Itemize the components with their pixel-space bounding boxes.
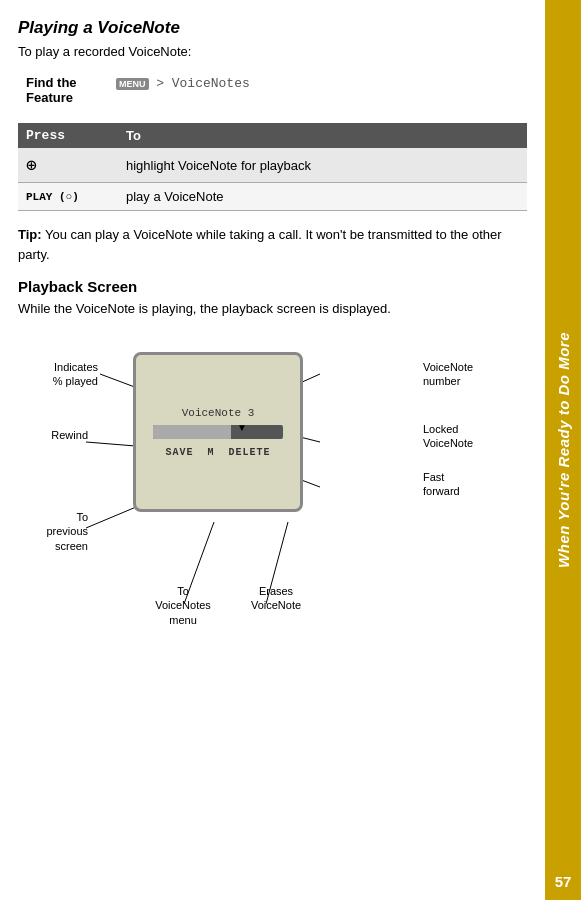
nav-icon: ⊕ bbox=[26, 156, 37, 176]
m-button-label: M bbox=[207, 447, 214, 458]
to-header: To bbox=[118, 123, 527, 148]
press-cell-1: ⊕ bbox=[18, 148, 118, 183]
tip-label: Tip: bbox=[18, 227, 42, 242]
phone-screen: VoiceNote 3 ▼ SAVE M DELETE bbox=[133, 352, 303, 512]
section-title: Playing a VoiceNote bbox=[18, 18, 527, 38]
annotation-locked: LockedVoiceNote bbox=[423, 422, 513, 451]
to-cell-2: play a VoiceNote bbox=[118, 183, 527, 211]
save-button-label: SAVE bbox=[165, 447, 193, 458]
table-row: PLAY (○) play a VoiceNote bbox=[18, 183, 527, 211]
annotation-fast-forward: Fastforward bbox=[423, 470, 513, 499]
page-number: 57 bbox=[545, 862, 581, 900]
annotation-voicenote-number: VoiceNotenumber bbox=[423, 360, 513, 389]
menu-icon: MENU bbox=[116, 78, 149, 90]
press-header: Press bbox=[18, 123, 118, 148]
progress-bar-fill bbox=[153, 425, 231, 439]
table-row: ⊕ highlight VoiceNote for playback bbox=[18, 148, 527, 183]
annotation-to-voicenotes: ToVoiceNotesmenu bbox=[148, 584, 218, 627]
delete-button-label: DELETE bbox=[229, 447, 271, 458]
main-content: Playing a VoiceNote To play a recorded V… bbox=[0, 0, 545, 900]
progress-bar: ▼ bbox=[153, 425, 283, 439]
phone-buttons-row: SAVE M DELETE bbox=[165, 447, 270, 458]
playback-intro: While the VoiceNote is playing, the play… bbox=[18, 301, 527, 316]
progress-arrow: ▼ bbox=[237, 425, 247, 433]
find-feature-path: > VoiceNotes bbox=[156, 76, 250, 91]
tip-section: Tip: You can play a VoiceNote while taki… bbox=[18, 225, 527, 264]
side-tab: When You're Ready to Do More 57 bbox=[545, 0, 581, 900]
tip-text: You can play a VoiceNote while taking a … bbox=[18, 227, 502, 262]
play-key: PLAY (○) bbox=[26, 191, 79, 203]
annotation-to-previous: Topreviousscreen bbox=[18, 510, 88, 553]
annotation-rewind: Rewind bbox=[18, 428, 88, 442]
find-feature-table: Find theFeature MENU > VoiceNotes bbox=[18, 69, 527, 111]
annotation-indicates-pct: Indicates% played bbox=[18, 360, 98, 389]
playback-title: Playback Screen bbox=[18, 278, 527, 295]
annotation-erases: ErasesVoiceNote bbox=[236, 584, 316, 613]
find-feature-content: MENU > VoiceNotes bbox=[108, 69, 527, 111]
voicenote-screen-label: VoiceNote 3 bbox=[182, 407, 255, 419]
press-to-table: Press To ⊕ highlight VoiceNote for playb… bbox=[18, 123, 527, 211]
press-cell-2: PLAY (○) bbox=[18, 183, 118, 211]
intro-text: To play a recorded VoiceNote: bbox=[18, 44, 527, 59]
diagram-container: Indicates% played Rewind Topreviousscree… bbox=[18, 332, 527, 642]
side-tab-text: When You're Ready to Do More bbox=[555, 332, 572, 568]
find-feature-label: Find theFeature bbox=[18, 69, 108, 111]
to-cell-1: highlight VoiceNote for playback bbox=[118, 148, 527, 183]
